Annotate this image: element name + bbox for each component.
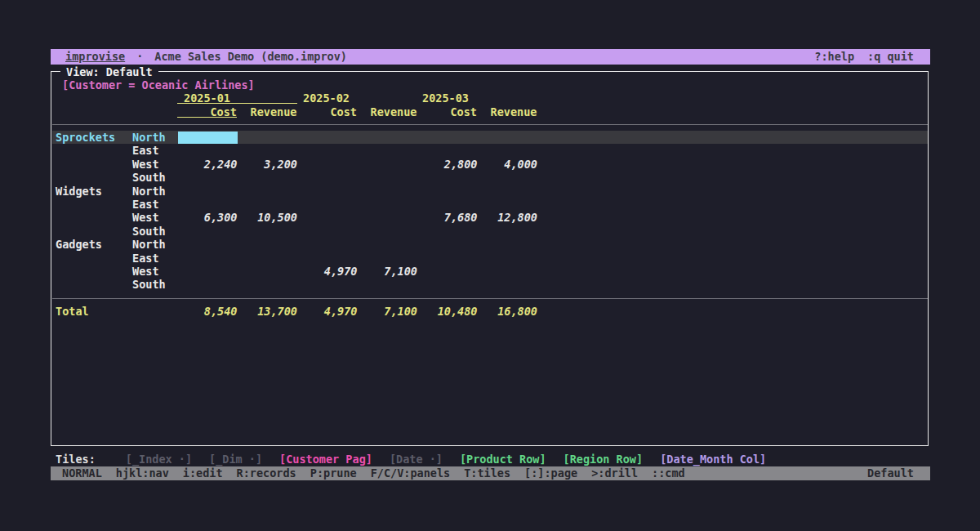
status-hint: R:records <box>237 466 296 480</box>
quit-hint: :q quit <box>867 49 914 65</box>
table-row[interactable]: South <box>52 171 928 184</box>
row-region-label: North <box>132 131 166 144</box>
cell-value[interactable]: 2,800 <box>418 158 478 171</box>
row-region-label: East <box>132 198 159 211</box>
status-hint: T:tiles <box>464 466 510 480</box>
status-hint: hjkl:nav <box>116 466 169 480</box>
tile-date-month-col[interactable]: [Date_Month Col] <box>660 453 766 466</box>
table-row[interactable]: South <box>52 278 928 291</box>
top-bar: improvise · Acme Sales Demo (demo.improv… <box>51 49 930 65</box>
cell-value[interactable]: 12,800 <box>478 211 537 224</box>
status-hint: >:drill <box>591 466 638 480</box>
tile-customer-page[interactable]: [Customer Pag] <box>279 453 372 466</box>
total-label: Total <box>56 305 89 319</box>
mode-indicator: NORMAL <box>62 466 102 480</box>
table-row[interactable]: West 4,970 7,100 <box>52 265 928 278</box>
total-value: 8,540 <box>178 305 238 319</box>
row-product-label: Widgets <box>56 185 102 198</box>
row-region-label: West <box>132 158 159 171</box>
table-row[interactable]: Sprockets North <box>52 131 928 144</box>
status-view-name: Default <box>867 466 914 480</box>
row-product-label: Gadgets <box>56 238 102 251</box>
row-region-label: West <box>132 211 159 224</box>
table-row[interactable]: Widgets North <box>52 185 928 198</box>
table-rows: Sprockets North East West 2,240 3,200 2,… <box>52 131 928 292</box>
selected-column-underline <box>177 117 237 118</box>
row-region-label: South <box>132 171 166 184</box>
row-region-label: South <box>132 225 166 238</box>
row-region-label: West <box>132 265 159 278</box>
table-row[interactable]: East <box>52 252 928 265</box>
terminal-screen: improvise · Acme Sales Demo (demo.improv… <box>0 0 980 531</box>
tile-date[interactable]: [Date ·] <box>390 453 443 466</box>
cell-value[interactable]: 4,970 <box>298 265 358 278</box>
table-row[interactable]: West 6,300 10,500 7,680 12,800 <box>52 211 928 224</box>
status-hint: P:prune <box>310 466 357 480</box>
top-bar-left: improvise · Acme Sales Demo (demo.improv… <box>65 49 347 65</box>
status-hint: ::cmd <box>652 466 685 480</box>
top-bar-right: ?:help :q quit <box>814 49 914 65</box>
column-group-2025-03[interactable]: 2025-03 <box>422 91 469 105</box>
filter-chip[interactable]: [Customer = Oceanic Airlines] <box>62 78 255 91</box>
cell-cursor[interactable] <box>178 132 238 144</box>
app-name: improvise <box>65 49 125 65</box>
help-hint: ?:help <box>814 49 854 65</box>
status-hint: i:edit <box>183 466 223 480</box>
status-bar: NORMAL hjkl:navi:editR:recordsP:pruneF/C… <box>51 466 930 480</box>
tiles-label: Tiles: <box>56 453 96 466</box>
tile-product-row[interactable]: [Product Row] <box>460 453 546 466</box>
measure-headers: Cost Revenue Cost Revenue Cost Revenue <box>0 105 980 118</box>
total-value: 13,700 <box>238 305 297 319</box>
table-row[interactable]: West 2,240 3,200 2,800 4,000 <box>52 158 928 171</box>
row-region-label: South <box>132 278 166 291</box>
row-region-label: North <box>132 185 166 198</box>
status-hint: F/C/V:panels <box>371 466 451 480</box>
cell-value[interactable]: 3,200 <box>238 158 297 171</box>
status-hint: [:]:page <box>524 466 577 480</box>
table-row[interactable]: Gadgets North <box>52 238 928 251</box>
cell-value[interactable]: 10,500 <box>238 211 297 224</box>
tile-index[interactable]: [_Index ·] <box>126 453 192 466</box>
table-row[interactable]: East <box>52 198 928 211</box>
cell-value[interactable]: 4,000 <box>478 158 537 171</box>
title-separator-dot: · <box>136 49 143 65</box>
row-region-label: East <box>132 144 159 157</box>
cell-value[interactable]: 2,240 <box>178 158 238 171</box>
row-region-label: East <box>132 252 159 265</box>
selected-group-underline <box>177 103 297 104</box>
view-title: View: Default <box>60 65 158 78</box>
tile-region-row[interactable]: [Region Row] <box>564 453 644 466</box>
cell-value[interactable]: 7,100 <box>358 265 417 278</box>
table-row[interactable]: South <box>52 225 928 238</box>
total-value: 7,100 <box>358 305 417 319</box>
total-row: Total 8,540 13,700 4,970 7,100 10,480 16… <box>52 305 928 319</box>
table-row[interactable]: East <box>52 144 928 157</box>
column-group-2025-02[interactable]: 2025-02 <box>303 91 350 105</box>
total-value: 16,800 <box>478 305 537 319</box>
header-separator <box>52 124 928 125</box>
row-region-label: North <box>132 238 166 251</box>
header-revenue-2[interactable]: Revenue <box>358 105 417 118</box>
header-revenue-1[interactable]: Revenue <box>238 105 297 118</box>
cell-value[interactable]: 6,300 <box>178 211 238 224</box>
header-cost-3[interactable]: Cost <box>417 105 477 118</box>
tiles-bar: Tiles: [_Index ·][_Dim ·][Customer Pag][… <box>51 453 930 466</box>
column-group-headers: 2025-01 2025-02 2025-03 <box>0 91 980 105</box>
header-cost-2[interactable]: Cost <box>297 105 357 118</box>
total-separator <box>52 298 928 299</box>
tile-dim[interactable]: [_Dim ·] <box>209 453 262 466</box>
window-title: Acme Sales Demo (demo.improv) <box>154 49 347 65</box>
cell-value[interactable]: 7,680 <box>418 211 478 224</box>
total-value: 10,480 <box>418 305 478 319</box>
header-revenue-3[interactable]: Revenue <box>478 105 537 118</box>
row-product-label: Sprockets <box>56 131 115 144</box>
total-value: 4,970 <box>298 305 358 319</box>
